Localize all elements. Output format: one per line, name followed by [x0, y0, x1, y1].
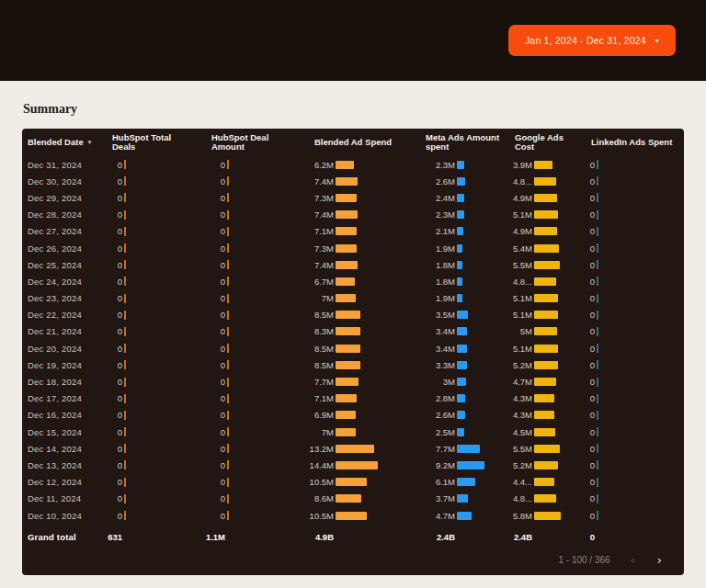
zero-bar — [124, 277, 126, 286]
column-header-linkedin-ads-spent[interactable]: LinkedIn Ads Spent — [585, 138, 684, 147]
pagination-prev-button[interactable]: ‹ — [629, 553, 637, 567]
cell-value: 0 — [107, 243, 122, 254]
meta-spend-bar — [457, 277, 462, 286]
meta-spend-bar — [457, 378, 466, 386]
linkedin-ads-spent-cell: 0 — [585, 511, 684, 521]
linkedin-ads-spent-cell: 0 — [585, 310, 684, 320]
meta-ads-spent-cell: 3M — [418, 377, 506, 387]
column-header-blended-date[interactable]: Blended Date ▾ — [22, 138, 107, 147]
cell-value: 0 — [107, 477, 122, 487]
cell-value: 0 — [193, 377, 225, 387]
blended-ad-spend-cell: 7.4M — [302, 209, 418, 220]
cell-value: 0 — [585, 460, 595, 470]
zero-bar — [124, 427, 126, 436]
linkedin-ads-spent-cell: 0 — [585, 209, 684, 220]
meta-ads-spent-cell: 3.5M — [418, 310, 506, 320]
linkedin-ads-spent-cell: 0 — [585, 410, 684, 420]
date-cell: Dec 15, 2024 — [22, 427, 107, 437]
cell-value: 0 — [585, 344, 595, 354]
google-cost-bar — [534, 327, 557, 335]
column-header-meta-ads-amount-spent[interactable]: Meta Ads Amount spent — [418, 133, 506, 153]
meta-ads-spent-cell: 3.3M — [418, 360, 506, 370]
pagination-next-button[interactable]: › — [655, 553, 664, 567]
cell-value: 0 — [107, 410, 122, 420]
date-cell: Dec 10, 2024 — [22, 511, 107, 521]
meta-ads-spent-cell: 2.3M — [418, 160, 506, 170]
blended-spend-bar — [336, 461, 378, 469]
cell-value: 0 — [585, 193, 595, 203]
blended-ad-spend-cell: 8.6M — [302, 493, 418, 503]
blended-spend-bar — [336, 277, 355, 286]
hubspot-deal-amount-cell: 0 — [193, 393, 302, 403]
zero-bar — [124, 294, 126, 303]
column-header-google-ads-cost[interactable]: Google Ads Cost — [506, 133, 585, 153]
google-ads-cost-cell: 5.5M — [506, 444, 585, 454]
meta-ads-spent-cell: 1.8M — [418, 260, 506, 270]
date-range-picker-button[interactable]: Jan 1, 2024 - Dec 31, 2024 ▾ — [508, 25, 676, 56]
hubspot-total-deals-cell: 0 — [107, 226, 193, 236]
cell-value: 0 — [193, 293, 225, 303]
zero-bar — [597, 360, 598, 369]
column-header-blended-ad-spend[interactable]: Blended Ad Spend — [302, 138, 418, 147]
meta-spend-bar — [457, 194, 464, 202]
google-cost-bar — [534, 210, 558, 219]
google-cost-bar — [534, 394, 554, 402]
meta-spend-bar — [457, 261, 462, 269]
column-header-hubspot-total-deals[interactable]: HubSpot Total Deals — [107, 133, 193, 153]
column-header-hubspot-deal-amount[interactable]: HubSpot Deal Amount — [193, 133, 302, 153]
grand-total-label: Grand total — [22, 532, 107, 542]
google-cost-bar — [534, 361, 558, 369]
cell-value: 0 — [107, 293, 122, 303]
zero-bar — [597, 494, 598, 503]
zero-bar — [227, 344, 229, 353]
zero-bar — [124, 176, 126, 186]
cell-value: 7.3M — [302, 243, 334, 254]
table-row: Dec 12, 2024 0 0 10.5M 6.1M 4.4... — [22, 474, 684, 491]
cell-value: 0 — [107, 209, 122, 220]
cell-value: 14.4M — [302, 460, 334, 470]
linkedin-ads-spent-cell: 0 — [585, 477, 684, 487]
cell-value: 0 — [585, 360, 595, 370]
hubspot-total-deals-cell: 0 — [107, 444, 193, 454]
linkedin-ads-spent-cell: 0 — [585, 493, 684, 503]
cell-value: 4.8... — [506, 277, 532, 287]
cell-value: 0 — [107, 360, 122, 370]
meta-ads-spent-cell: 1.9M — [418, 293, 506, 303]
cell-value: 4.9M — [506, 226, 532, 236]
cell-value: 3M — [418, 377, 455, 387]
hubspot-deal-amount-cell: 0 — [193, 193, 302, 203]
google-cost-bar — [534, 194, 557, 202]
cell-value: 0 — [585, 209, 595, 220]
cell-value: 0 — [107, 260, 122, 270]
grand-total-deal-amount: 1.1M — [193, 532, 225, 542]
zero-bar — [597, 460, 598, 469]
cell-value: 8.6M — [302, 493, 334, 503]
linkedin-ads-spent-cell: 0 — [585, 277, 684, 287]
date-cell: Dec 16, 2024 — [22, 410, 107, 420]
google-ads-cost-cell: 5.2M — [506, 460, 585, 470]
zero-bar — [124, 494, 126, 503]
zero-bar — [227, 311, 229, 320]
cell-value: 2.8M — [418, 393, 455, 403]
hubspot-deal-amount-cell: 0 — [193, 226, 302, 236]
cell-value: 8.5M — [302, 344, 334, 354]
blended-ad-spend-cell: 6.9M — [302, 410, 418, 420]
google-ads-cost-cell: 4.3M — [506, 393, 585, 403]
blended-spend-bar — [336, 227, 357, 235]
hubspot-total-deals-cell: 0 — [107, 160, 193, 170]
zero-bar — [597, 193, 598, 202]
zero-bar — [227, 394, 229, 403]
blended-ad-spend-cell: 8.5M — [302, 360, 418, 370]
meta-spend-bar — [457, 494, 468, 503]
cell-value: 10.5M — [302, 477, 334, 487]
cell-value: 0 — [585, 377, 595, 387]
linkedin-ads-spent-cell: 0 — [585, 193, 684, 203]
blended-ad-spend-cell: 8.5M — [302, 310, 418, 320]
cell-value: 7.7M — [302, 377, 334, 387]
column-header-label: Blended Ad Spend — [314, 138, 392, 147]
cell-value: 9.2M — [418, 460, 455, 470]
linkedin-ads-spent-cell: 0 — [585, 260, 684, 270]
date-range-label: Jan 1, 2024 - Dec 31, 2024 — [525, 35, 646, 46]
blended-ad-spend-cell: 8.5M — [302, 344, 418, 354]
date-cell: Dec 29, 2024 — [22, 193, 107, 203]
